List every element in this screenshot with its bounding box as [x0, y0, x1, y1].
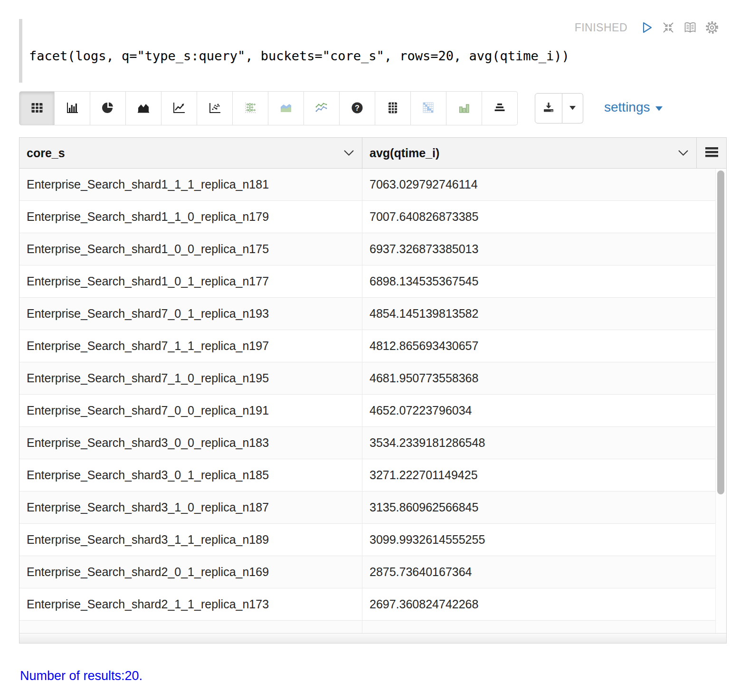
stacked-area-chart-icon	[279, 101, 293, 116]
cell-avg-qtime-i: 7007.640826873385	[362, 201, 716, 233]
table-row[interactable]: Enterprise_Search_shard7_0_1_replica_n19…	[19, 298, 716, 330]
chart-type-table-button[interactable]	[19, 91, 55, 125]
chart-type-pie-chart-button[interactable]	[90, 91, 126, 125]
cell-avg-qtime-i: 3534.2339181286548	[362, 427, 716, 459]
cell-avg-qtime-i: 6898.134535367545	[362, 265, 716, 297]
settings-label: settings	[604, 100, 650, 115]
cell-core-s: Enterprise_Search_shard2_1_1_replica_n17…	[19, 588, 362, 620]
grid-rows: Enterprise_Search_shard1_1_1_replica_n18…	[19, 169, 716, 633]
table-row[interactable]: Enterprise_Search_shard7_1_1_replica_n19…	[19, 330, 716, 362]
chart-type-area-chart-button[interactable]	[126, 91, 161, 125]
menu-icon	[705, 147, 718, 159]
settings-dropdown[interactable]: settings	[604, 100, 663, 115]
chart-type-bubble-chart-button[interactable]	[233, 91, 268, 125]
cell-core-s: Enterprise_Search_shard7_1_0_replica_n19…	[19, 362, 362, 394]
vertical-scrollbar[interactable]	[715, 169, 726, 633]
horizontal-scrollbar[interactable]	[19, 633, 726, 643]
chevron-down-icon[interactable]	[678, 150, 689, 156]
cell-avg-qtime-i: 4854.145139813582	[362, 298, 716, 330]
table-row[interactable]: Enterprise_Search_shard3_0_1_replica_n18…	[19, 459, 716, 492]
table-row[interactable]: Enterprise_Search_shard3_0_0_replica_n18…	[19, 427, 716, 459]
cell-avg-qtime-i: 7063.029792746114	[362, 169, 716, 200]
cell-avg-qtime-i: 3099.9932614555255	[362, 524, 716, 556]
table-row[interactable]: Enterprise_Search_shard1_1_0_replica_n17…	[19, 201, 716, 233]
chart-type-line-chart-button[interactable]	[161, 91, 197, 125]
cell-core-s: Enterprise_Search_shard3_1_0_replica_n18…	[19, 492, 362, 523]
cell-core-s: Enterprise_Search_shard3_1_1_replica_n18…	[19, 524, 362, 556]
cell-avg-qtime-i: 4681.950773558368	[362, 362, 716, 394]
download-icon	[541, 101, 556, 116]
settings-caret-icon	[655, 100, 663, 115]
chart-type-column-chart-button[interactable]	[446, 91, 482, 125]
code-editor[interactable]: facet(logs, q="type_s:query", buckets="c…	[29, 48, 569, 63]
cell-avg-qtime-i: 6937.326873385013	[362, 233, 716, 265]
vertical-scrollbar-thumb[interactable]	[717, 170, 724, 494]
cell-core-s: Enterprise_Search_shard7_1_1_replica_n19…	[19, 330, 362, 362]
cell-core-s: Enterprise_Search_shard2_0_1_replica_n16…	[19, 556, 362, 588]
results-count: Number of results:20.	[20, 669, 142, 683]
cell-core-s: Enterprise_Search_shard7_0_1_replica_n19…	[19, 298, 362, 330]
cell-avg-qtime-i: 2697.360824742268	[362, 588, 716, 620]
table-row[interactable]	[19, 621, 716, 633]
bar-chart-icon	[65, 101, 79, 116]
multi-line-chart-icon	[314, 101, 329, 116]
cell-core-s: Enterprise_Search_shard1_0_0_replica_n17…	[19, 233, 362, 265]
table-row[interactable]: Enterprise_Search_shard7_0_0_replica_n19…	[19, 395, 716, 427]
run-icon[interactable]	[639, 20, 654, 35]
cell-avg-qtime-i: 4812.865693430657	[362, 330, 716, 362]
cell-core-s: Enterprise_Search_shard3_0_0_replica_n18…	[19, 427, 362, 459]
table-row[interactable]: Enterprise_Search_shard1_0_1_replica_n17…	[19, 265, 716, 298]
editor-gutter	[19, 19, 22, 83]
area-chart-icon	[136, 101, 151, 116]
pivot-table-icon	[386, 101, 400, 116]
table-row[interactable]: Enterprise_Search_shard7_1_0_replica_n19…	[19, 362, 716, 395]
chart-type-bar-chart-button[interactable]	[55, 91, 90, 125]
chart-type-help-button[interactable]: ?	[340, 91, 375, 125]
caret-down-icon	[569, 105, 576, 112]
cell-core-s	[19, 621, 362, 633]
chart-type-align-center-button[interactable]	[482, 91, 518, 125]
download-caret-button[interactable]	[562, 93, 583, 123]
cell-core-s: Enterprise_Search_shard7_0_0_replica_n19…	[19, 395, 362, 426]
result-grid: core_s avg(qtime_i) Enterprise_Search_sh…	[19, 137, 727, 643]
table-row[interactable]: Enterprise_Search_shard1_1_1_replica_n18…	[19, 169, 716, 201]
book-icon[interactable]	[683, 20, 698, 35]
grid-menu-button[interactable]	[696, 138, 726, 168]
cell-avg-qtime-i	[362, 621, 716, 633]
chart-type-pivot-table-button[interactable]	[375, 91, 411, 125]
column-header-label: core_s	[27, 146, 65, 160]
line-chart-icon	[172, 101, 186, 116]
table-row[interactable]: Enterprise_Search_shard1_0_0_replica_n17…	[19, 233, 716, 265]
cell-avg-qtime-i: 4652.07223796034	[362, 395, 716, 426]
gear-icon[interactable]	[704, 20, 720, 35]
paragraph-status: FINISHED	[575, 21, 627, 34]
scatter-chart-icon	[208, 101, 222, 116]
chevron-down-icon[interactable]	[343, 150, 354, 156]
table-row[interactable]: Enterprise_Search_shard2_0_1_replica_n16…	[19, 556, 716, 588]
cell-avg-qtime-i: 2875.73640167364	[362, 556, 716, 588]
align-center-icon	[493, 101, 507, 116]
paragraph-controls: FINISHED	[575, 20, 720, 35]
cell-avg-qtime-i: 3271.222701149425	[362, 459, 716, 491]
cell-core-s: Enterprise_Search_shard1_1_1_replica_n18…	[19, 169, 362, 200]
bubble-chart-icon	[243, 101, 257, 116]
column-header-core-s[interactable]: core_s	[19, 138, 362, 168]
chart-type-scatter-chart-button[interactable]	[197, 91, 233, 125]
download-button[interactable]	[535, 93, 562, 123]
cell-core-s: Enterprise_Search_shard3_0_1_replica_n18…	[19, 459, 362, 491]
table-row[interactable]: Enterprise_Search_shard2_1_1_replica_n17…	[19, 588, 716, 621]
table-row[interactable]: Enterprise_Search_shard3_1_1_replica_n18…	[19, 524, 716, 556]
table-icon	[30, 101, 44, 116]
download-split-button	[535, 93, 583, 123]
chart-type-heatmap-button[interactable]	[411, 91, 446, 125]
column-header-avg-qtime-i[interactable]: avg(qtime_i)	[362, 138, 696, 168]
grid-body: Enterprise_Search_shard1_1_1_replica_n18…	[19, 169, 726, 633]
chart-type-multi-line-chart-button[interactable]	[304, 91, 340, 125]
table-row[interactable]: Enterprise_Search_shard3_1_0_replica_n18…	[19, 492, 716, 524]
pie-chart-icon	[101, 101, 115, 116]
column-chart-icon	[457, 101, 471, 116]
cell-avg-qtime-i: 3135.860962566845	[362, 492, 716, 523]
chart-type-stacked-area-chart-button[interactable]	[268, 91, 304, 125]
compress-icon[interactable]	[661, 20, 676, 35]
chart-type-toolbar: ?	[19, 91, 518, 125]
